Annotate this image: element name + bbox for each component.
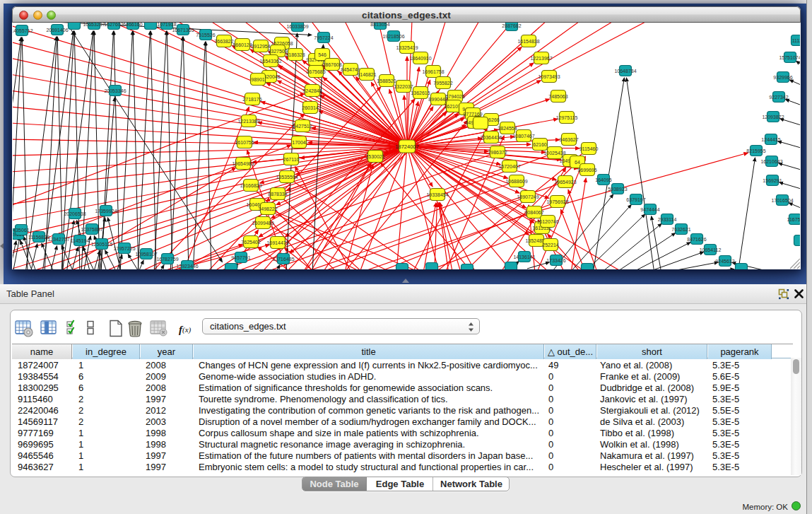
svg-text:6379197: 6379197 (626, 197, 645, 202)
svg-text:7986372: 7986372 (488, 150, 507, 155)
svg-text:18907249: 18907249 (517, 194, 539, 199)
svg-text:17016504: 17016504 (771, 198, 793, 203)
svg-text:1362615: 1362615 (411, 90, 430, 95)
svg-text:9777169: 9777169 (463, 112, 482, 117)
svg-text:10958107: 10958107 (135, 252, 157, 257)
svg-text:3675685: 3675685 (306, 69, 325, 74)
svg-text:20364436: 20364436 (480, 135, 502, 140)
svg-text:1145194: 1145194 (71, 238, 90, 243)
svg-text:8471626: 8471626 (687, 237, 706, 242)
svg-text:8878334: 8878334 (268, 192, 287, 197)
svg-text:6794028: 6794028 (445, 94, 464, 99)
svg-text:7663822: 7663822 (214, 39, 233, 44)
svg-text:16782759: 16782759 (156, 257, 178, 262)
svg-text:12342737: 12342737 (47, 237, 69, 242)
svg-text:11156829: 11156829 (28, 235, 49, 240)
svg-text:8427512: 8427512 (293, 124, 312, 129)
svg-text:1569291: 1569291 (763, 178, 782, 183)
svg-text:14055712: 14055712 (13, 28, 33, 33)
svg-text:17957225: 17957225 (113, 246, 135, 251)
svg-text:8186328: 8186328 (286, 52, 305, 57)
svg-text:12213967: 12213967 (530, 56, 552, 61)
svg-text:9242848: 9242848 (302, 88, 322, 93)
svg-text:13716485: 13716485 (272, 257, 294, 262)
svg-text:62160: 62160 (533, 142, 547, 147)
svg-text:10654112: 10654112 (700, 247, 722, 252)
svg-text:3824554: 3824554 (498, 126, 517, 131)
svg-text:7625402: 7625402 (241, 240, 260, 245)
svg-text:8454749: 8454749 (341, 67, 360, 72)
svg-text:2933114: 2933114 (658, 217, 677, 222)
svg-text:10807467: 10807467 (512, 134, 534, 139)
svg-text:10648784: 10648784 (614, 69, 636, 74)
svg-text:1588520: 1588520 (377, 78, 396, 83)
svg-text:7955822: 7955822 (433, 81, 452, 86)
svg-text:16033809: 16033809 (286, 24, 308, 29)
svg-text:19654923: 19654923 (554, 180, 576, 185)
svg-text:164095: 164095 (595, 177, 611, 182)
svg-text:2887682: 2887682 (502, 23, 521, 28)
svg-text:9457791: 9457791 (231, 255, 250, 260)
svg-text:19218506: 19218506 (382, 34, 404, 39)
svg-text:8215955: 8215955 (746, 148, 765, 153)
svg-text:15751074: 15751074 (779, 55, 800, 60)
svg-text:10375887: 10375887 (81, 227, 102, 232)
svg-text:6466160: 6466160 (123, 23, 142, 27)
svg-text:10688609: 10688609 (505, 179, 527, 184)
svg-text:15720407: 15720407 (498, 164, 520, 169)
svg-text:1112: 1112 (792, 38, 800, 43)
svg-text:17359924: 17359924 (95, 209, 117, 214)
svg-text:16120746: 16120746 (536, 219, 558, 224)
svg-text:5938923: 5938923 (608, 187, 627, 192)
svg-text:19166829: 19166829 (240, 183, 261, 188)
svg-text:7957224: 7957224 (314, 35, 333, 40)
svg-text:20691406: 20691406 (46, 28, 68, 33)
svg-text:98901: 98901 (251, 77, 265, 82)
svg-text:13535594: 13535594 (276, 175, 298, 180)
svg-text:9329966: 9329966 (773, 75, 792, 80)
svg-text:252214: 252214 (542, 243, 558, 247)
svg-text:20206538: 20206538 (64, 211, 86, 216)
svg-text:19338454: 19338454 (426, 192, 448, 197)
svg-text:435061: 435061 (13, 228, 29, 233)
svg-text:20053346: 20053346 (104, 88, 126, 93)
svg-text:16671365: 16671365 (172, 28, 194, 33)
svg-text:9227342: 9227342 (769, 95, 788, 100)
svg-text:14136141: 14136141 (513, 255, 535, 259)
svg-text:1244415: 1244415 (761, 137, 780, 142)
svg-text:18724007: 18724007 (395, 144, 418, 150)
svg-text:9327509: 9327509 (268, 49, 287, 54)
svg-text:(x): (x) (182, 325, 192, 334)
svg-text:12505115: 12505115 (91, 242, 113, 247)
svg-text:12093872: 12093872 (762, 115, 784, 119)
svg-text:16543362: 16543362 (259, 59, 281, 64)
svg-text:17004: 17004 (292, 140, 306, 145)
svg-text:16099489: 16099489 (252, 221, 273, 226)
svg-text:16961758: 16961758 (422, 69, 444, 74)
svg-text:12923446: 12923446 (176, 264, 198, 269)
svg-text:16210643: 16210643 (760, 159, 782, 164)
svg-text:9084067: 9084067 (524, 210, 543, 215)
svg-text:8660124: 8660124 (233, 42, 252, 47)
svg-text:10653287: 10653287 (83, 23, 105, 27)
svg-text:13325419: 13325419 (396, 45, 418, 50)
svg-text:10025438: 10025438 (543, 151, 565, 156)
svg-text:8813054: 8813054 (370, 23, 389, 27)
svg-text:7515526: 7515526 (196, 33, 215, 37)
svg-text:18640910: 18640910 (409, 56, 431, 61)
svg-text:16154838: 16154838 (517, 39, 539, 44)
svg-text:546: 546 (318, 52, 326, 57)
svg-text:260314: 260314 (302, 105, 318, 110)
svg-text:3912954: 3912954 (251, 44, 270, 49)
svg-text:12975115: 12975115 (556, 115, 578, 120)
svg-text:2718176: 2718176 (242, 97, 261, 102)
svg-text:16914479: 16914479 (266, 240, 288, 245)
svg-text:9245612: 9245612 (715, 259, 734, 264)
svg-text:9115460: 9115460 (579, 146, 599, 151)
svg-text:1610755: 1610755 (235, 140, 254, 145)
svg-text:19756928: 19756928 (546, 199, 568, 204)
svg-text:3498222: 3498222 (258, 206, 277, 211)
svg-text:12213389: 12213389 (237, 119, 259, 124)
svg-text:9474444: 9474444 (640, 207, 659, 212)
svg-text:64: 64 (575, 160, 580, 165)
